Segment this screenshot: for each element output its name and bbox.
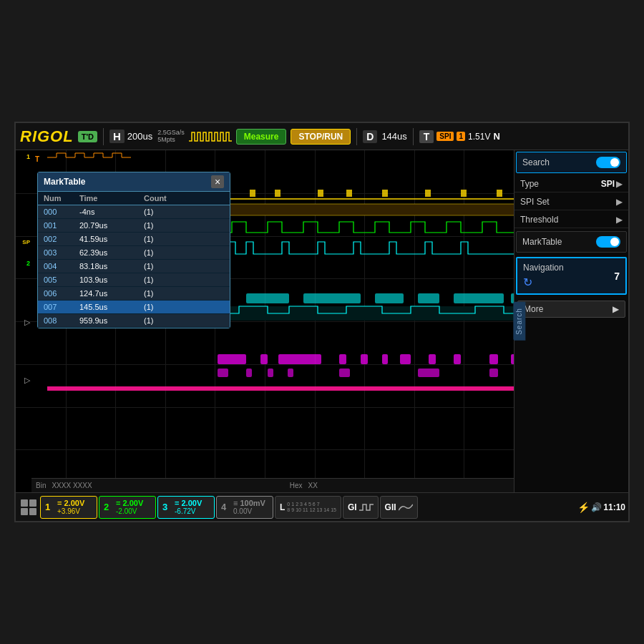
td-badge[interactable]: T'D — [78, 131, 97, 142]
table-row-selected[interactable]: 007 145.5us (1) — [38, 301, 230, 314]
svg-rect-13 — [246, 293, 289, 303]
svg-rect-16 — [418, 293, 439, 303]
waveform-area: 1 SP 2 ▷ ▷ T — [16, 150, 514, 492]
marktable-section: MarkTable — [516, 231, 627, 253]
trigger-section: T SPI 1 1.51V N — [419, 130, 500, 143]
hex-value: XX — [308, 482, 318, 489]
more-button[interactable]: More ▶ — [517, 301, 625, 318]
navigation-row: Navigation ↻ 7 — [523, 263, 620, 289]
svg-rect-27 — [429, 354, 436, 364]
mark-table-column-headers: Num Time Count — [38, 192, 230, 205]
type-row[interactable]: Type SPI ▶ — [520, 179, 623, 189]
grid-menu-icon[interactable] — [19, 497, 39, 517]
ch4-status[interactable]: 4 ≡ 100mV 0.00V — [216, 496, 273, 519]
gi-status[interactable]: GI — [343, 496, 379, 519]
nav-icon[interactable]: ↻ — [523, 275, 564, 289]
d-label: D — [363, 130, 377, 143]
type-value: SPI — [601, 179, 615, 189]
ch1-volt: = 2.00V — [57, 499, 84, 507]
l-status[interactable]: L 012 345 67 8910 111213 1415 — [275, 496, 341, 519]
mark-table-close-button[interactable]: × — [211, 175, 224, 188]
threshold-label: Threshold — [520, 215, 558, 225]
ch1-indicator: 1 — [457, 132, 465, 141]
stoprun-button[interactable]: STOP/RUN — [291, 129, 351, 145]
ch4-offset: 0.00V — [233, 507, 265, 515]
measure-button[interactable]: Measure — [236, 129, 287, 145]
gi-label: GI — [348, 502, 357, 512]
ch1-status[interactable]: 1 = 2.00V +3.96V — [40, 496, 97, 519]
wave-icon-area — [189, 128, 232, 145]
spi-set-section[interactable]: SPI Set ▶ — [514, 194, 628, 210]
threshold-section[interactable]: Threshold ▶ — [514, 212, 628, 228]
svg-rect-33 — [268, 369, 273, 377]
svg-rect-5 — [318, 190, 323, 197]
svg-rect-25 — [382, 354, 388, 364]
table-row[interactable]: 002 41.59us (1) — [38, 233, 230, 246]
timebase-section: H 200us 2.5GSa/s 5Mpts — [109, 130, 185, 144]
t-label: T — [419, 130, 434, 143]
search-label: Search — [522, 157, 550, 167]
table-row[interactable]: 005 103.9us (1) — [38, 273, 230, 287]
ch2-number: 2 — [104, 502, 114, 512]
svg-rect-34 — [288, 369, 293, 377]
ch4-text: ≡ 100mV 0.00V — [233, 499, 265, 515]
more-label: More — [524, 304, 543, 314]
ch2-text: = 2.00V -2.00V — [116, 499, 143, 515]
d-value: 144us — [381, 131, 406, 142]
table-row[interactable]: 001 20.79us (1) — [38, 219, 230, 233]
table-row[interactable]: 003 62.39us (1) — [38, 246, 230, 260]
svg-rect-7 — [382, 190, 388, 197]
l-label: L — [280, 502, 285, 512]
navigation-section: Navigation ↻ 7 — [516, 257, 627, 295]
marktable-row: MarkTable — [522, 236, 620, 248]
ch4-number: 4 — [221, 502, 231, 512]
ch2-status[interactable]: 2 = 2.00V -2.00V — [99, 496, 156, 519]
ch2-side-label: 2 — [16, 260, 31, 267]
mark-table: MarkTable × Num Time Count 000 -4ns (1) … — [37, 172, 230, 328]
table-row[interactable]: 000 -4ns (1) — [38, 205, 230, 219]
bottom-bar: 1 = 2.00V +3.96V 2 = 2.00V -2.00V 3 = 2.… — [16, 492, 628, 521]
col-time: Time — [79, 194, 144, 203]
svg-rect-31 — [218, 369, 228, 377]
col-num: Num — [44, 194, 79, 203]
svg-rect-29 — [489, 354, 498, 364]
timebase-value: 200us — [127, 131, 152, 142]
search-row: Search — [522, 157, 620, 168]
type-label: Type — [520, 179, 539, 189]
gii-status[interactable]: GII — [380, 496, 418, 519]
search-toggle[interactable] — [596, 157, 620, 168]
search-tab[interactable]: Search — [513, 302, 525, 341]
spi-set-row[interactable]: SPI Set ▶ — [520, 197, 623, 207]
svg-rect-24 — [361, 354, 368, 364]
svg-rect-28 — [454, 354, 461, 364]
svg-rect-14 — [303, 293, 361, 303]
search-section: Search — [516, 152, 627, 173]
svg-rect-35 — [339, 369, 350, 377]
navigation-number: 7 — [614, 270, 620, 282]
oscilloscope-screen: RIGOL T'D H 200us 2.5GSa/s 5Mpts Measure… — [14, 122, 630, 522]
table-row[interactable]: 006 124.7us (1) — [38, 287, 230, 301]
table-row[interactable]: 004 83.18us (1) — [38, 260, 230, 273]
mark-table-header: MarkTable × — [38, 172, 230, 192]
svg-rect-20 — [218, 354, 246, 364]
sample-pts: 5Mpts — [157, 137, 185, 144]
type-arrow: ▶ — [616, 179, 623, 189]
usb-icon: ⚡ — [577, 502, 590, 513]
gii-wave-icon — [399, 502, 413, 513]
bin-value: XXXX XXXX — [52, 482, 92, 489]
ch3-status[interactable]: 3 = 2.00V -6.72V — [157, 496, 215, 519]
threshold-row[interactable]: Threshold ▶ — [520, 215, 623, 225]
marktable-toggle[interactable] — [596, 236, 620, 248]
ch1-number: 1 — [45, 502, 55, 512]
table-row[interactable]: 008 959.9us (1) — [38, 314, 230, 328]
ch3-offset: -6.72V — [175, 507, 202, 515]
voltage-label: 1.51V — [468, 132, 490, 142]
ch1-offset: +3.96V — [57, 507, 84, 515]
svg-rect-3 — [250, 190, 255, 197]
svg-rect-17 — [454, 293, 504, 303]
svg-rect-4 — [275, 190, 280, 197]
svg-rect-6 — [346, 190, 352, 197]
svg-rect-22 — [278, 354, 321, 364]
svg-rect-38 — [47, 386, 514, 391]
h-label: H — [109, 130, 125, 143]
